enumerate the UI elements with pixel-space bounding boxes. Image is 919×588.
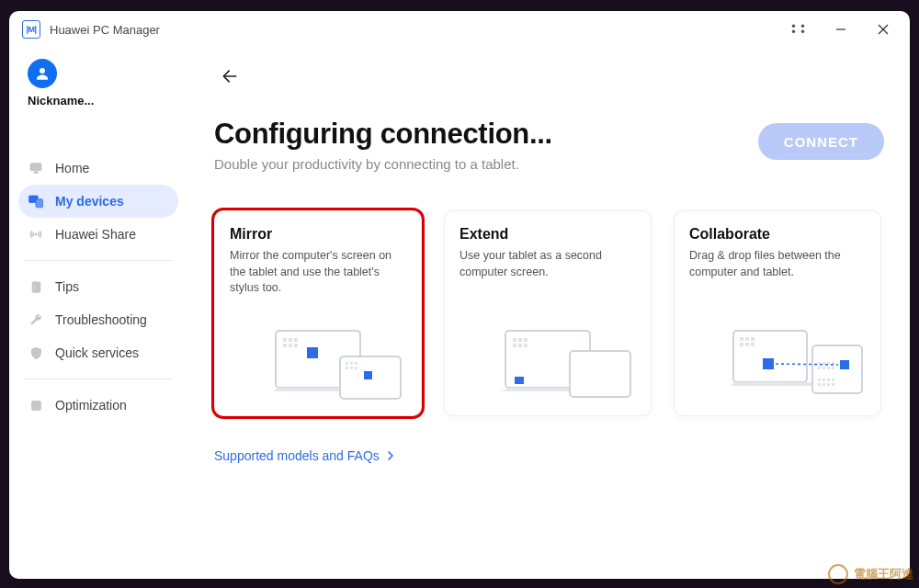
svg-rect-17	[289, 344, 292, 347]
svg-rect-58	[823, 383, 825, 386]
card-extend[interactable]: Extend Use your tablet as a second compu…	[444, 210, 652, 416]
svg-rect-43	[751, 343, 754, 346]
minimize-button[interactable]	[820, 11, 862, 48]
svg-rect-59	[827, 383, 830, 386]
title-bar: |M| Huawei PC Manager • •• •	[9, 11, 910, 48]
svg-rect-34	[524, 344, 528, 347]
page-header: Configuring connection... Double your pr…	[214, 118, 884, 172]
sidebar-item-label: Troubleshooting	[55, 312, 147, 327]
wrench-icon	[28, 311, 44, 328]
svg-rect-46	[823, 362, 825, 365]
nav-separator	[24, 379, 173, 379]
svg-rect-41	[740, 343, 743, 346]
svg-rect-38	[740, 337, 743, 341]
svg-rect-37	[733, 331, 807, 382]
app-logo-icon: |M|	[22, 20, 40, 39]
svg-rect-16	[283, 344, 287, 347]
avatar	[28, 59, 57, 88]
svg-rect-32	[513, 344, 516, 347]
sidebar-item-label: Tips	[55, 279, 79, 294]
sidebar-item-huawei-share[interactable]: Huawei Share	[18, 218, 178, 251]
back-button[interactable]	[214, 61, 245, 92]
menu-dots-button[interactable]: • •• •	[777, 11, 820, 48]
spark-icon	[28, 397, 44, 413]
svg-rect-30	[518, 338, 522, 342]
svg-rect-25	[350, 367, 353, 369]
svg-rect-18	[294, 344, 298, 347]
svg-rect-21	[346, 362, 348, 365]
sidebar-item-quick-services[interactable]: Quick services	[18, 336, 178, 369]
sidebar-item-label: My devices	[55, 194, 124, 209]
svg-rect-51	[827, 367, 830, 369]
extend-illustration	[498, 323, 636, 406]
svg-rect-23	[355, 362, 357, 365]
supported-models-link[interactable]: Supported models and FAQs	[214, 448, 394, 463]
profile-block[interactable]: Nickname...	[18, 53, 178, 128]
svg-rect-35	[515, 377, 524, 384]
sidebar-item-label: Home	[55, 161, 89, 175]
chevron-right-icon	[387, 448, 394, 463]
app-title: Huawei PC Manager	[50, 23, 160, 37]
svg-rect-15	[294, 338, 298, 342]
card-mirror[interactable]: Mirror Mirror the computer's screen on t…	[214, 210, 422, 416]
svg-rect-49	[818, 367, 821, 369]
sidebar-item-label: Optimization	[55, 398, 127, 413]
page-subtitle: Double your productivity by connecting t…	[214, 156, 552, 172]
svg-rect-42	[745, 343, 749, 346]
card-collaborate[interactable]: Collaborate Drag & drop files between th…	[674, 210, 881, 416]
svg-rect-40	[751, 337, 754, 341]
devices-icon	[28, 193, 44, 209]
svg-rect-36	[570, 351, 630, 397]
svg-rect-7	[36, 199, 43, 208]
svg-rect-53	[818, 379, 821, 381]
sidebar: Nickname... Home My devices Huawei Share	[9, 48, 188, 579]
svg-rect-9	[32, 281, 40, 291]
arrow-left-icon	[221, 67, 239, 85]
sidebar-item-troubleshooting[interactable]: Troubleshooting	[18, 303, 178, 336]
svg-rect-55	[827, 379, 830, 381]
app-body: Nickname... Home My devices Huawei Share	[9, 48, 910, 579]
nav-group-primary: Home My devices Huawei Share	[18, 152, 178, 251]
card-title: Extend	[460, 226, 636, 243]
monitor-icon	[28, 160, 44, 176]
sidebar-item-tips[interactable]: Tips	[18, 270, 178, 303]
svg-rect-14	[289, 338, 292, 342]
svg-rect-33	[518, 344, 522, 347]
svg-rect-11	[31, 401, 40, 410]
card-desc: Mirror the computer's screen on the tabl…	[230, 248, 406, 297]
content-area: Configuring connection... Double your pr…	[188, 48, 910, 579]
close-button[interactable]	[862, 11, 904, 48]
person-icon	[34, 65, 51, 82]
svg-rect-22	[350, 362, 353, 365]
sidebar-item-my-devices[interactable]: My devices	[18, 185, 178, 218]
svg-point-8	[35, 233, 37, 235]
signal-icon	[28, 226, 44, 243]
sidebar-item-home[interactable]: Home	[18, 152, 178, 185]
svg-rect-61	[763, 358, 774, 369]
svg-point-3	[40, 68, 45, 74]
link-label: Supported models and FAQs	[214, 448, 380, 463]
minimize-icon	[835, 24, 846, 35]
svg-rect-54	[823, 379, 825, 381]
page-title: Configuring connection...	[214, 118, 552, 151]
close-icon	[878, 24, 889, 35]
svg-rect-19	[307, 347, 318, 358]
collaborate-illustration	[728, 323, 866, 406]
svg-rect-62	[840, 360, 849, 369]
svg-rect-52	[832, 367, 834, 369]
connect-button[interactable]: CONNECT	[758, 123, 884, 160]
svg-rect-27	[364, 371, 372, 379]
app-logo-text: |M|	[26, 25, 36, 34]
svg-rect-4	[30, 164, 41, 171]
book-icon	[28, 278, 44, 295]
shield-icon	[28, 345, 44, 361]
svg-rect-26	[355, 367, 357, 369]
svg-rect-24	[346, 367, 348, 369]
svg-rect-29	[513, 338, 516, 342]
profile-nickname: Nickname...	[28, 94, 94, 107]
sidebar-item-label: Huawei Share	[55, 227, 136, 242]
mirror-illustration	[268, 323, 406, 406]
svg-rect-13	[283, 338, 287, 342]
sidebar-item-optimization[interactable]: Optimization	[18, 389, 178, 422]
nav-group-tertiary: Optimization	[18, 389, 178, 422]
